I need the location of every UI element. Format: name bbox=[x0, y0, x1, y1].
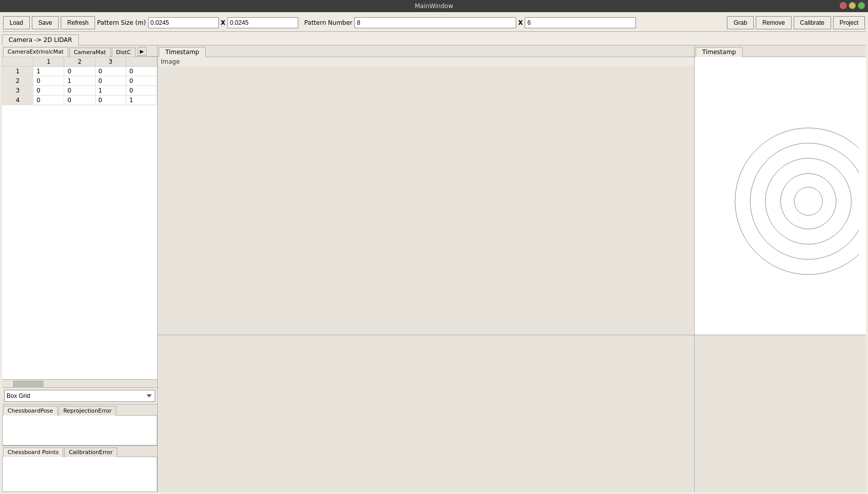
col-header-1: 1 bbox=[33, 57, 64, 67]
sub-tab-strip: CameraExtrinsicMat CameraMat DistC ▶ bbox=[2, 46, 157, 57]
col-header-2: 2 bbox=[64, 57, 95, 67]
table-wrapper: 1 2 3 1 1 0 bbox=[2, 57, 157, 379]
cell-4-2: 0 bbox=[64, 96, 95, 105]
tab-chessboard-points[interactable]: Chessboard Points bbox=[3, 447, 63, 457]
tab-content: CameraExtrinsicMat CameraMat DistC ▶ 1 bbox=[2, 46, 866, 492]
cell-3-1: 0 bbox=[33, 86, 64, 96]
pattern-size-x-input[interactable] bbox=[148, 17, 219, 28]
tab-reprojection-error[interactable]: ReprojectionError bbox=[59, 406, 116, 416]
pattern-size-group: Pattern Size (m) X bbox=[97, 17, 298, 28]
table-row: 2 0 1 0 0 bbox=[3, 76, 157, 86]
circle-outer bbox=[735, 128, 859, 275]
concentric-circles-svg bbox=[702, 115, 859, 277]
box-grid-section: Box Grid Circle Grid Charuco bbox=[2, 387, 157, 404]
chess-tab-strip: ChessboardPose ReprojectionError bbox=[2, 405, 157, 415]
cell-2-4: 0 bbox=[126, 76, 157, 86]
calibrate-button[interactable]: Calibrate bbox=[794, 16, 831, 29]
table-row: 4 0 0 0 1 bbox=[3, 96, 157, 105]
center-timestamp-tab-strip: Timestamp bbox=[158, 46, 694, 57]
cell-2-2: 1 bbox=[64, 76, 95, 86]
main-tab-strip: Camera -> 2D LIDAR bbox=[2, 34, 866, 46]
pattern-size-y-input[interactable] bbox=[227, 17, 298, 28]
right-timestamp-tab[interactable]: Timestamp bbox=[696, 47, 743, 57]
grab-button[interactable]: Grab bbox=[727, 16, 754, 29]
center-timestamp-tab[interactable]: Timestamp bbox=[159, 47, 206, 57]
pattern-size-x-separator: X bbox=[221, 19, 225, 26]
cell-1-2: 0 bbox=[64, 67, 95, 76]
chess-points-tab-strip: Chessboard Points CalibrationError bbox=[2, 446, 157, 457]
center-panel: Timestamp Image bbox=[158, 46, 694, 492]
cell-1-1: 1 bbox=[33, 67, 64, 76]
chessboard-section: ChessboardPose ReprojectionError bbox=[2, 404, 157, 445]
chess-points-content bbox=[2, 457, 157, 492]
titlebar: MainWindow bbox=[0, 0, 868, 12]
table-scroll-area: 1 2 3 1 1 0 bbox=[2, 57, 157, 387]
circle-inner bbox=[794, 187, 823, 215]
row-3-header: 3 bbox=[3, 86, 33, 96]
pattern-number-y-input[interactable] bbox=[525, 17, 636, 28]
cell-2-3: 0 bbox=[95, 76, 126, 86]
col-header-row bbox=[3, 57, 33, 67]
pattern-number-x-input[interactable] bbox=[354, 17, 516, 28]
cell-4-3: 0 bbox=[95, 96, 126, 105]
tab-camera-2d-lidar[interactable]: Camera -> 2D LIDAR bbox=[2, 34, 79, 46]
chess-pose-content bbox=[2, 415, 157, 445]
image-area bbox=[158, 66, 694, 335]
scrollbar-thumb[interactable] bbox=[13, 381, 43, 387]
right-bottom bbox=[695, 335, 866, 492]
cell-2-1: 0 bbox=[33, 76, 64, 86]
circle-3 bbox=[765, 158, 851, 244]
table-header-row: 1 2 3 bbox=[3, 57, 157, 67]
table-row: 1 1 0 0 0 bbox=[3, 67, 157, 76]
tab-chessboard-pose[interactable]: ChessboardPose bbox=[3, 406, 58, 416]
chess-points-section: Chessboard Points CalibrationError bbox=[2, 445, 157, 492]
load-button[interactable]: Load bbox=[3, 16, 30, 29]
toolbar: Load Save Refresh Pattern Size (m) X Pat… bbox=[2, 14, 866, 32]
cell-1-3: 0 bbox=[95, 67, 126, 76]
tab-calibration-error[interactable]: CalibrationError bbox=[64, 447, 117, 457]
col-header-4 bbox=[126, 57, 157, 67]
pattern-number-x-separator: X bbox=[518, 19, 523, 26]
cell-4-4: 1 bbox=[126, 96, 157, 105]
center-top: Image bbox=[158, 57, 694, 335]
box-grid-select[interactable]: Box Grid Circle Grid Charuco bbox=[4, 390, 155, 402]
horizontal-scrollbar[interactable] bbox=[2, 379, 157, 387]
save-button[interactable]: Save bbox=[32, 16, 59, 29]
circle-4 bbox=[781, 173, 836, 229]
pattern-size-label: Pattern Size (m) bbox=[97, 19, 146, 26]
center-bottom bbox=[158, 335, 694, 492]
left-panel: CameraExtrinsicMat CameraMat DistC ▶ 1 bbox=[2, 46, 158, 492]
refresh-button[interactable]: Refresh bbox=[61, 16, 95, 29]
table-row: 3 0 0 1 0 bbox=[3, 86, 157, 96]
sub-tab-arrow[interactable]: ▶ bbox=[138, 47, 147, 56]
pattern-number-group: Pattern Number X bbox=[304, 17, 636, 28]
maximize-icon[interactable] bbox=[858, 2, 865, 9]
image-label: Image bbox=[158, 57, 694, 66]
remove-button[interactable]: Remove bbox=[756, 16, 792, 29]
data-table: 1 2 3 1 1 0 bbox=[2, 57, 157, 105]
minimize-icon[interactable] bbox=[849, 2, 856, 9]
main-window: Load Save Refresh Pattern Size (m) X Pat… bbox=[0, 12, 868, 494]
circular-viz bbox=[695, 57, 866, 335]
cell-3-3: 1 bbox=[95, 86, 126, 96]
cell-3-2: 0 bbox=[64, 86, 95, 96]
row-2-header: 2 bbox=[3, 76, 33, 86]
right-panel: Timestamp bbox=[694, 46, 866, 492]
cell-4-1: 0 bbox=[33, 96, 64, 105]
row-4-header: 4 bbox=[3, 96, 33, 105]
pattern-number-label: Pattern Number bbox=[304, 19, 352, 26]
sub-tab-camera-extrinsic[interactable]: CameraExtrinsicMat bbox=[3, 47, 68, 57]
circle-2 bbox=[750, 143, 859, 259]
titlebar-controls bbox=[840, 2, 865, 9]
sub-tab-dist[interactable]: DistC bbox=[112, 48, 135, 57]
right-top: Timestamp bbox=[695, 46, 866, 335]
close-icon[interactable] bbox=[840, 2, 847, 9]
col-header-3: 3 bbox=[95, 57, 126, 67]
main-tab-area: Camera -> 2D LIDAR CameraExtrinsicMat Ca… bbox=[2, 34, 866, 492]
project-button[interactable]: Project bbox=[833, 16, 865, 29]
sub-tab-camera-mat[interactable]: CameraMat bbox=[69, 48, 111, 57]
titlebar-title: MainWindow bbox=[415, 3, 453, 10]
toolbar-right: Grab Remove Calibrate Project bbox=[727, 16, 865, 29]
right-timestamp-tab-strip: Timestamp bbox=[695, 46, 866, 57]
cell-1-4: 0 bbox=[126, 67, 157, 76]
